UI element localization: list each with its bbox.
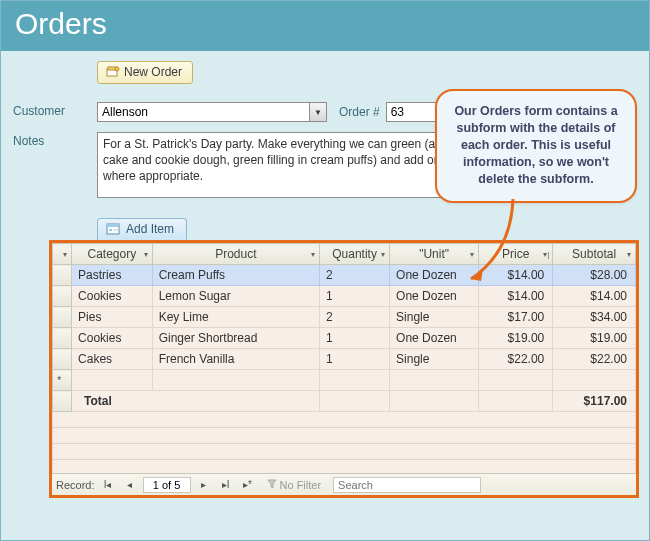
no-filter-indicator: No Filter	[267, 479, 322, 491]
add-item-tab[interactable]: Add Item	[97, 218, 187, 240]
items-table[interactable]: ▾ Category▾ Product▾ Quantity▾ "Unit"▾ P…	[52, 243, 636, 476]
new-row[interactable]: *	[53, 370, 636, 391]
table-row[interactable]: CakesFrench Vanilla1Single$22.00$22.00	[53, 349, 636, 370]
chevron-down-icon: ▾	[63, 250, 67, 259]
chevron-down-icon: ▼	[314, 108, 322, 117]
col-subtotal[interactable]: Subtotal▾	[553, 244, 636, 265]
record-navigator: Record: I◂ ◂ ▸ ▸I ▸* No Filter	[52, 473, 636, 495]
customer-combo[interactable]: ▼	[97, 102, 327, 122]
col-unit[interactable]: "Unit"▾	[390, 244, 479, 265]
customer-dropdown-button[interactable]: ▼	[309, 102, 327, 122]
search-input[interactable]	[333, 477, 481, 493]
annotation-callout: Our Orders form contains a subform with …	[435, 89, 637, 203]
table-row[interactable]: PastriesCream Puffs2One Dozen$14.00$28.0…	[53, 265, 636, 286]
nav-new-button[interactable]: ▸*	[239, 477, 257, 493]
col-category[interactable]: Category▾	[72, 244, 153, 265]
new-order-label: New Order	[124, 65, 182, 79]
order-number-label: Order #	[339, 105, 380, 119]
nav-first-button[interactable]: I◂	[99, 477, 117, 493]
total-row: Total$117.00	[53, 391, 636, 412]
new-row-icon: *	[57, 374, 61, 386]
row-selector-header[interactable]: ▾	[53, 244, 72, 265]
form-icon	[106, 223, 120, 235]
filter-icon	[267, 479, 277, 491]
customer-input[interactable]	[97, 102, 309, 122]
table-row[interactable]: CookiesGinger Shortbread1One Dozen$19.00…	[53, 328, 636, 349]
svg-point-2	[115, 67, 119, 71]
record-position-input[interactable]	[143, 477, 191, 493]
record-label: Record:	[56, 479, 95, 491]
nav-next-button[interactable]: ▸	[195, 477, 213, 493]
col-price[interactable]: Price▾|	[479, 244, 553, 265]
svg-rect-6	[113, 229, 118, 231]
order-items-subform: ▾ Category▾ Product▾ Quantity▾ "Unit"▾ P…	[49, 240, 639, 498]
new-order-button[interactable]: New Order	[97, 61, 193, 84]
page-title: Orders	[1, 1, 649, 51]
notes-label: Notes	[9, 132, 97, 148]
order-number-input[interactable]	[386, 102, 442, 122]
table-row[interactable]: CookiesLemon Sugar1One Dozen$14.00$14.00	[53, 286, 636, 307]
nav-prev-button[interactable]: ◂	[121, 477, 139, 493]
svg-rect-4	[107, 224, 119, 227]
svg-rect-5	[109, 229, 112, 231]
new-order-icon	[106, 66, 120, 78]
table-row[interactable]: PiesKey Lime2Single$17.00$34.00	[53, 307, 636, 328]
col-quantity[interactable]: Quantity▾	[320, 244, 390, 265]
nav-last-button[interactable]: ▸I	[217, 477, 235, 493]
col-product[interactable]: Product▾	[152, 244, 319, 265]
add-item-label: Add Item	[126, 222, 174, 236]
customer-label: Customer	[9, 102, 97, 118]
